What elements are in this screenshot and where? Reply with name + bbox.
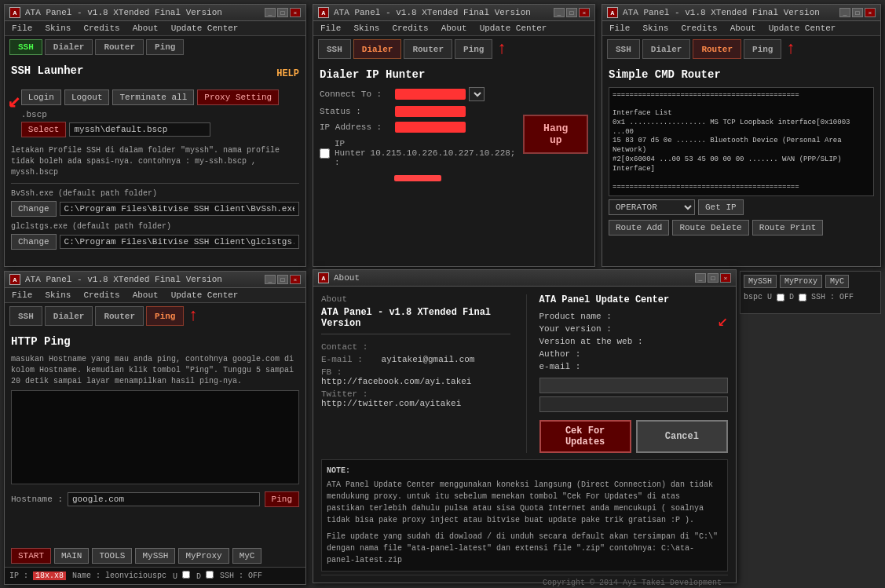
router-maximize-btn[interactable]: □ <box>852 8 863 17</box>
router-operator-select[interactable]: OPERATOR <box>609 199 695 215</box>
right-myc-btn[interactable]: MyC <box>825 275 849 288</box>
ping-close-btn[interactable]: × <box>290 275 301 284</box>
router-menu-update[interactable]: Update Center <box>766 23 839 34</box>
right-u-checkbox[interactable] <box>777 294 784 301</box>
ssh-tab-router[interactable]: Router <box>95 39 144 55</box>
ssh-tab-ping[interactable]: Ping <box>146 39 184 55</box>
dialer-close-btn[interactable]: × <box>579 8 590 17</box>
ping-hostname-input[interactable] <box>68 492 260 506</box>
dialer-menu-update[interactable]: Update Center <box>477 23 550 34</box>
dialer-tab-ssh[interactable]: SSH <box>318 39 351 59</box>
right-myproxy-btn[interactable]: MyProxy <box>780 275 822 288</box>
ping-myssh-btn[interactable]: MySSH <box>135 548 175 564</box>
ssh-change-glcl-btn[interactable]: Change <box>11 234 57 250</box>
dialer-menu-skins[interactable]: Skins <box>351 23 382 34</box>
ping-menu-credits[interactable]: Credits <box>81 290 122 301</box>
router-route-add-btn[interactable]: Route Add <box>609 220 669 236</box>
ping-menu-file[interactable]: File <box>9 290 35 301</box>
dialer-connect-label: Connect To : <box>320 89 390 99</box>
ssh-close-btn[interactable]: × <box>290 8 301 17</box>
ping-output-area[interactable] <box>11 390 299 484</box>
router-tab-dialer[interactable]: Dialer <box>642 39 691 59</box>
about-cancel-btn[interactable]: Cancel <box>636 420 728 453</box>
ssh-menu-file[interactable]: File <box>9 23 35 34</box>
ssh-login-btn[interactable]: Login <box>21 89 61 105</box>
ssh-menu-credits[interactable]: Credits <box>81 23 122 34</box>
router-get-ip-btn[interactable]: Get IP <box>698 199 744 215</box>
dialer-hang-up-btn[interactable]: Hang up <box>523 115 588 154</box>
dialer-menu-file[interactable]: File <box>318 23 343 34</box>
dialer-menu-bar: File Skins Credits About Update Center <box>313 21 594 36</box>
ping-myproxy-btn[interactable]: MyProxy <box>178 548 229 564</box>
ssh-bvssh-label: BvSsh.exe (default path folder) <box>11 189 157 198</box>
about-minimize-btn[interactable]: _ <box>695 273 706 283</box>
about-fb-row: FB : http://facebook.com/ayi.takei <box>321 367 510 386</box>
router-menu-file[interactable]: File <box>607 23 632 34</box>
about-version-input-2[interactable] <box>539 396 729 412</box>
ssh-menu-about[interactable]: About <box>130 23 161 34</box>
router-tab-ssh[interactable]: SSH <box>607 39 640 59</box>
router-route-delete-btn[interactable]: Route Delete <box>672 220 748 236</box>
about-cek-updates-btn[interactable]: Cek For Updates <box>539 420 631 453</box>
right-myssh-btn[interactable]: MySSH <box>744 275 777 288</box>
ping-start-btn[interactable]: START <box>11 548 51 564</box>
dialer-maximize-btn[interactable]: □ <box>566 8 577 17</box>
ping-menu-update[interactable]: Update Center <box>169 290 241 301</box>
ssh-bvssh-path-input[interactable] <box>60 202 299 216</box>
dialer-menu-credits[interactable]: Credits <box>389 23 430 34</box>
router-menu-credits[interactable]: Credits <box>678 23 719 34</box>
ssh-proxy-btn[interactable]: Proxy Setting <box>197 89 279 105</box>
dialer-menu-about[interactable]: About <box>439 23 470 34</box>
router-route-print-btn[interactable]: Route Print <box>752 220 824 236</box>
ping-d-checkbox[interactable] <box>206 571 214 579</box>
router-tab-router[interactable]: Router <box>693 39 741 59</box>
ssh-glcl-path-input[interactable] <box>60 235 299 249</box>
ssh-minimize-btn[interactable]: _ <box>265 8 276 17</box>
ping-tab-dialer[interactable]: Dialer <box>45 306 93 326</box>
ssh-select-btn[interactable]: Select <box>21 122 67 137</box>
ping-tab-router[interactable]: Router <box>95 306 144 326</box>
ping-ssh-status: SSH : OFF <box>220 572 262 580</box>
about-fb-label: FB : <box>321 367 376 377</box>
router-close-btn[interactable]: × <box>865 8 876 17</box>
ping-tools-btn[interactable]: TOOLS <box>92 548 132 564</box>
dialer-minimize-btn[interactable]: _ <box>554 8 565 17</box>
ping-minimize-btn[interactable]: _ <box>265 275 276 284</box>
about-twitter-label: Twitter : <box>321 389 376 399</box>
ping-menu-skins[interactable]: Skins <box>42 290 73 301</box>
ping-u-checkbox[interactable] <box>182 571 190 579</box>
about-your-version-row: Your version : <box>539 324 715 334</box>
ssh-maximize-btn[interactable]: □ <box>277 8 288 17</box>
dialer-tab-router[interactable]: Router <box>404 39 452 59</box>
about-main-layout: About ATA Panel - v1.8 XTended Final Ver… <box>321 294 728 453</box>
dialer-ip-hunter-checkbox[interactable] <box>320 148 330 159</box>
router-minimize-btn[interactable]: _ <box>839 8 850 17</box>
ping-tab-ssh[interactable]: SSH <box>9 306 42 326</box>
ssh-bscp-label: .bscp <box>21 110 47 119</box>
router-menu-about[interactable]: About <box>728 23 759 34</box>
ssh-help-link[interactable]: HELP <box>276 68 299 79</box>
about-maximize-btn[interactable]: □ <box>708 273 719 283</box>
ssh-tab-ssh[interactable]: SSH <box>9 39 42 55</box>
ssh-change-bvssh-btn[interactable]: Change <box>11 201 57 217</box>
dialer-connect-dropdown[interactable]: ▼ <box>469 87 485 101</box>
ping-menu-about[interactable]: About <box>130 290 161 301</box>
ping-main-btn[interactable]: MAIN <box>54 548 89 564</box>
ssh-default-path-input[interactable] <box>69 122 210 137</box>
about-close-btn[interactable]: × <box>720 273 731 283</box>
ssh-tab-dialer[interactable]: Dialer <box>45 39 93 55</box>
ping-maximize-btn[interactable]: □ <box>277 275 288 284</box>
right-d-checkbox[interactable] <box>799 294 806 301</box>
ssh-logout-btn[interactable]: Logout <box>64 89 110 105</box>
ping-myc-btn[interactable]: MyC <box>232 548 262 564</box>
ssh-menu-skins[interactable]: Skins <box>42 23 73 34</box>
ssh-menu-update[interactable]: Update Center <box>169 23 241 34</box>
ping-ping-btn[interactable]: Ping <box>265 491 299 507</box>
router-menu-skins[interactable]: Skins <box>640 23 671 34</box>
about-version-input-1[interactable] <box>539 378 729 393</box>
ping-tab-ping[interactable]: Ping <box>146 306 184 326</box>
dialer-tab-ping[interactable]: Ping <box>455 39 492 59</box>
ssh-terminate-btn[interactable]: Terminate all <box>112 89 194 105</box>
router-tab-ping[interactable]: Ping <box>744 39 781 59</box>
dialer-tab-dialer[interactable]: Dialer <box>353 39 402 59</box>
